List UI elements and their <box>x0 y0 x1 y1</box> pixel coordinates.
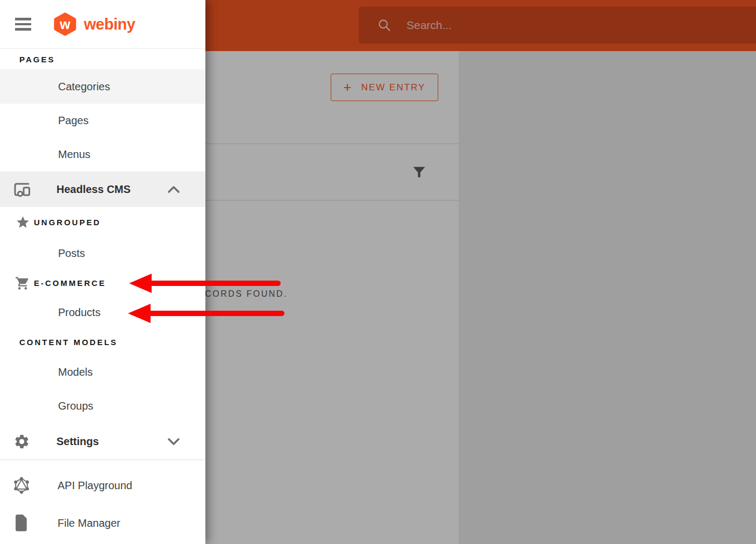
chevron-down-icon <box>168 438 180 446</box>
sidebar-item-categories[interactable]: Categories <box>0 69 205 104</box>
webiny-logo[interactable]: w webiny <box>53 12 135 36</box>
gear-icon <box>12 433 31 450</box>
svg-text:w: w <box>59 17 70 32</box>
section-label-pages: PAGES <box>0 49 205 69</box>
sidebar-item-models[interactable]: Models <box>0 356 205 388</box>
chevron-up-icon <box>168 185 180 193</box>
star-icon <box>15 215 31 230</box>
drawer-bottom-section: API Playground File Manager <box>0 460 205 542</box>
sidebar-group-headless-cms[interactable]: Headless CMS <box>0 171 205 207</box>
sidebar-item-products[interactable]: Products <box>0 297 205 328</box>
webiny-hexagon-icon: w <box>53 12 77 36</box>
sidebar-item-groups[interactable]: Groups <box>0 388 205 424</box>
sidebar-item-menus[interactable]: Menus <box>0 138 205 171</box>
cart-icon <box>15 276 31 291</box>
drawer-nav: PAGES Categories Pages Menus <box>0 49 205 542</box>
section-label-content-models: CONTENT MODELS <box>0 328 205 356</box>
devices-icon <box>12 180 31 199</box>
app-root: + NEW ENTRY NO RECORDS FOUND. w <box>0 0 756 544</box>
webiny-wordmark: webiny <box>84 16 135 33</box>
sidebar-item-posts[interactable]: Posts <box>0 238 205 269</box>
section-label-e-commerce: E-COMMERCE <box>0 269 205 297</box>
file-icon <box>12 514 31 532</box>
drawer-header: w webiny <box>0 0 205 49</box>
section-label-ungrouped: UNGROUPED <box>0 207 205 238</box>
sidebar-group-settings[interactable]: Settings <box>0 424 205 460</box>
sidebar-item-file-manager[interactable]: File Manager <box>0 504 205 542</box>
sidebar-item-api-playground[interactable]: API Playground <box>0 467 205 504</box>
graphql-icon <box>12 476 31 495</box>
sidebar-item-pages[interactable]: Pages <box>0 104 205 138</box>
menu-button[interactable] <box>15 18 31 31</box>
navigation-drawer: w webiny PAGES Categories Pages Menus <box>0 0 205 544</box>
